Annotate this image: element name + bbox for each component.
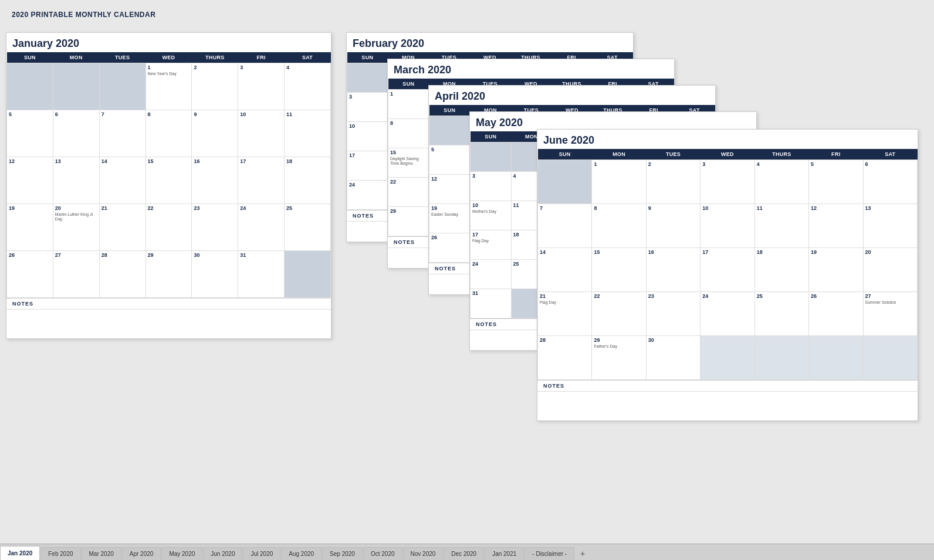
table-row: 1New Year's Day 2 3 4 (7, 63, 331, 110)
jan-cell: 23 (192, 204, 238, 251)
jan-cell: 13 (53, 157, 99, 204)
tab-apr-2020[interactable]: Apr 2020 (122, 547, 161, 560)
tab-oct-2020[interactable]: Oct 2020 (363, 547, 402, 560)
jan-cell: 27 (53, 251, 99, 298)
jan-header-thu: THURS (192, 52, 238, 63)
jan-cell (53, 63, 99, 110)
jun-notes: NOTES (537, 380, 918, 391)
jan-cell: 22 (145, 204, 192, 251)
jan-cell: 16 (192, 157, 238, 204)
jan-cell: 9 (192, 110, 238, 157)
jan-cell: 26 (7, 251, 53, 298)
tab-dec-2020[interactable]: Dec 2020 (444, 547, 484, 560)
tab-jan-label: Jan 2020 (8, 550, 32, 556)
jan-cell: 6 (53, 110, 99, 157)
jan-cell: 3 (238, 63, 285, 110)
jan-cell: 8 (145, 110, 192, 157)
tab-aug-2020[interactable]: Aug 2020 (281, 547, 322, 560)
tab-mar-2020[interactable]: Mar 2020 (82, 547, 121, 560)
tab-may-label: May 2020 (169, 551, 195, 557)
apr-title: April 2020 (429, 86, 715, 105)
jan-header-mon: MON (53, 52, 99, 63)
jan-cell: 12 (7, 157, 53, 204)
tab-jun-label: Jun 2020 (211, 551, 235, 557)
jan-cell: 10 (238, 110, 285, 157)
tab-mar-label: Mar 2020 (89, 551, 114, 557)
jun-title: June 2020 (537, 130, 918, 149)
app-container: 2020 PRINTABLE MONTHLY CALENDAR January … (0, 0, 934, 560)
tab-disclaimer[interactable]: - Disclaimer - (524, 547, 574, 560)
tab-nov-label: Nov 2020 (411, 551, 436, 557)
tab-bar: Jan 2020 Feb 2020 Mar 2020 Apr 2020 May … (0, 544, 934, 560)
calendar-january: January 2020 SUN MON TUES WED THURS FRI … (6, 32, 331, 339)
tab-nov-2020[interactable]: Nov 2020 (403, 547, 444, 560)
tab-dec-label: Dec 2020 (451, 551, 476, 557)
main-content: 2020 PRINTABLE MONTHLY CALENDAR January … (0, 0, 934, 544)
tab-add-button[interactable]: + (576, 547, 589, 560)
table-row: 12 13 14 15 16 17 18 (7, 157, 331, 204)
page-title: 2020 PRINTABLE MONTHLY CALENDAR (12, 11, 922, 19)
jan-cell: 7 (99, 110, 145, 157)
jan-header-tue: TUES (99, 52, 145, 63)
tab-jul-label: Jul 2020 (251, 551, 273, 557)
jan-title: January 2020 (6, 33, 331, 52)
tab-disclaimer-label: - Disclaimer - (532, 551, 567, 557)
jan-header-fri: FRI (238, 52, 285, 63)
tab-jan2021-label: Jan 2021 (492, 551, 516, 557)
tab-jan-2021[interactable]: Jan 2021 (485, 547, 524, 560)
jun-table: SUN MON TUES WED THURS FRI SAT 1 2 3 (537, 149, 918, 380)
jan-cell: 17 (238, 157, 285, 204)
jan-cell: 29 (145, 251, 192, 298)
table-row: 14 15 16 17 18 19 20 (538, 248, 918, 292)
jan-notes: NOTES (6, 298, 331, 309)
jan-cell: 28 (99, 251, 145, 298)
jan-cell (7, 63, 53, 110)
feb-h-sun: SUN (347, 52, 388, 63)
jan-cell: 2 (192, 63, 238, 110)
tab-oct-label: Oct 2020 (371, 551, 395, 557)
jan-cell: 20Martin Luther King Jr Day (53, 204, 99, 251)
tab-sep-label: Sep 2020 (330, 551, 355, 557)
jan-cell: 11 (285, 110, 331, 157)
jan-cell: 4 (285, 63, 331, 110)
jan-cell: 5 (7, 110, 53, 157)
jan-header-wed: WED (145, 52, 192, 63)
jan-cell: 18 (285, 157, 331, 204)
tab-aug-label: Aug 2020 (289, 551, 314, 557)
table-row: 5 6 7 8 9 10 11 (7, 110, 331, 157)
jan-cell: 21 (99, 204, 145, 251)
table-row: 1 2 3 4 5 6 (538, 160, 918, 204)
table-row: 26 27 28 29 30 31 (7, 251, 331, 298)
jan-cell: 25 (285, 204, 331, 251)
jan-cell (285, 251, 331, 298)
mar-title: March 2020 (388, 59, 674, 79)
tab-jul-2020[interactable]: Jul 2020 (243, 547, 280, 560)
jan-cell: 14 (99, 157, 145, 204)
feb-title: February 2020 (347, 33, 633, 52)
table-row: 19 20Martin Luther King Jr Day 21 22 23 … (7, 204, 331, 251)
jan-cell: 24 (238, 204, 285, 251)
jan-cell: 1New Year's Day (145, 63, 192, 110)
table-row: 21Flag Day 22 23 24 25 26 27Summer Solst… (538, 292, 918, 336)
jan-header-sun: SUN (7, 52, 53, 63)
tab-apr-label: Apr 2020 (130, 551, 154, 557)
jan-cell (99, 63, 145, 110)
tab-feb-2020[interactable]: Feb 2020 (40, 547, 80, 560)
jan-cell: 30 (192, 251, 238, 298)
tab-may-2020[interactable]: May 2020 (161, 547, 202, 560)
jan-cell: 31 (238, 251, 285, 298)
jan-header-sat: SAT (285, 52, 331, 63)
jan-cell: 19 (7, 204, 53, 251)
tab-sep-2020[interactable]: Sep 2020 (322, 547, 363, 560)
jan-cell: 15 (145, 157, 192, 204)
table-row: 28 29Father's Day 30 (538, 336, 918, 380)
tab-jun-2020[interactable]: Jun 2020 (203, 547, 242, 560)
calendar-june: June 2020 SUN MON TUES WED THURS FRI SAT (537, 129, 918, 421)
tab-jan-2020[interactable]: Jan 2020 (0, 546, 40, 560)
jan-table: SUN MON TUES WED THURS FRI SAT 1New Y (6, 52, 331, 298)
tab-feb-label: Feb 2020 (48, 551, 73, 557)
table-row: 7 8 9 10 11 12 13 (538, 204, 918, 248)
